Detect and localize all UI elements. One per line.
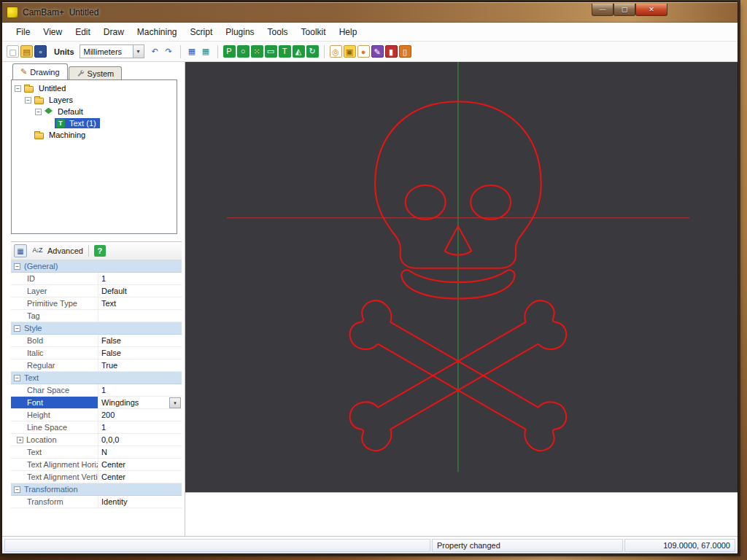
property-row-height[interactable]: Height200 [11, 409, 182, 421]
property-section-transformation[interactable]: −Transformation [11, 483, 182, 496]
rectangle-tool-icon[interactable]: ▭ [265, 45, 277, 58]
menu-item-plugins[interactable]: Plugins [219, 24, 260, 40]
drawing-canvas[interactable] [185, 62, 738, 492]
property-section-text[interactable]: −Text [11, 372, 182, 384]
menu-item-draw[interactable]: Draw [97, 24, 131, 40]
menu-item-tools[interactable]: Tools [261, 24, 295, 40]
maximize-button[interactable]: ▢ [614, 4, 635, 16]
title-bar[interactable]: CamBam+ Untitled — ▢ ✕ [2, 2, 738, 23]
tab-system[interactable]: System [69, 66, 123, 79]
tree-item-untitled[interactable]: −Untitled [12, 82, 177, 94]
machining-icon-group: ◎▣●✎▮▯ [330, 45, 411, 58]
property-value[interactable]: False [98, 347, 182, 359]
property-row-primitive-type[interactable]: Primitive TypeText [11, 298, 182, 310]
property-row-location[interactable]: +Location0,0,0 [11, 434, 182, 446]
drawing-tree: −Untitled−Layers−DefaultTText (1)Machini… [11, 79, 177, 234]
redo-icon[interactable]: ↷ [163, 45, 175, 58]
chevron-down-icon[interactable]: ▼ [169, 397, 181, 408]
part-op-icon[interactable]: ▮ [385, 45, 398, 58]
property-value[interactable]: 0,0,0 [98, 434, 182, 446]
property-value[interactable] [98, 310, 182, 322]
collapse-icon[interactable]: − [14, 486, 20, 493]
property-value[interactable]: Center [98, 471, 182, 483]
property-row-transform[interactable]: TransformIdentity [11, 496, 182, 508]
property-value[interactable]: False [98, 335, 182, 346]
pocket-op-icon[interactable]: ▣ [344, 45, 356, 58]
property-row-line-space[interactable]: Line Space1 [11, 421, 182, 434]
save-icon[interactable]: ▫ [34, 45, 47, 58]
profile-op-icon[interactable]: ◎ [330, 45, 342, 58]
menu-item-edit[interactable]: Edit [69, 24, 97, 40]
property-value[interactable]: 1 [98, 273, 182, 284]
drill-op-icon[interactable]: ● [357, 45, 370, 58]
property-value[interactable]: N [98, 446, 182, 458]
property-section-style[interactable]: −Style [11, 322, 182, 335]
property-row-italic[interactable]: ItalicFalse [11, 347, 182, 359]
property-value[interactable]: Center [98, 459, 182, 470]
circle-tool-icon[interactable]: ○ [237, 45, 249, 58]
property-value[interactable]: Wingdings▼ [98, 397, 182, 408]
property-row-char-space[interactable]: Char Space1 [11, 384, 182, 397]
collapse-icon[interactable]: − [14, 263, 20, 270]
show-grid-icon[interactable]: ▦ [200, 45, 212, 58]
open-folder-icon[interactable]: ▤ [20, 45, 33, 58]
tree-item-layers[interactable]: −Layers [12, 94, 177, 106]
collapse-icon[interactable]: − [35, 109, 42, 115]
spiral-tool-icon[interactable]: ↻ [306, 45, 319, 58]
property-row-regular[interactable]: RegularTrue [11, 359, 182, 372]
categorized-icon[interactable]: ▦ [14, 244, 27, 257]
close-button[interactable]: ✕ [635, 4, 667, 16]
skull-drawing [185, 62, 738, 492]
surface-tool-icon[interactable]: ◭ [293, 45, 305, 58]
tree-item-machining[interactable]: Machining [12, 129, 177, 141]
tree-item-label: Machining [47, 131, 88, 139]
property-section-general[interactable]: −(General) [11, 260, 182, 273]
property-value[interactable]: True [98, 359, 182, 371]
tree-item-text-1[interactable]: TText (1) [12, 117, 177, 129]
property-value[interactable]: 1 [98, 421, 182, 433]
polyline-tool-icon[interactable]: P [223, 45, 236, 58]
property-value-label: N [101, 448, 107, 456]
tree-item-default[interactable]: −Default [12, 106, 177, 117]
text-tool-icon[interactable]: T [279, 45, 291, 58]
property-row-font[interactable]: FontWingdings▼ [11, 397, 182, 409]
pointlist-tool-icon[interactable]: ⁙ [251, 45, 263, 58]
menu-item-file[interactable]: File [9, 24, 36, 40]
tab-drawing[interactable]: ✎ Drawing [12, 63, 68, 79]
minimize-button[interactable]: — [592, 4, 614, 16]
property-row-text[interactable]: TextN [11, 446, 182, 459]
property-row-layer[interactable]: LayerDefault [11, 285, 182, 298]
property-row-text-alignment-vertica[interactable]: Text Alignment VerticaCenter [11, 471, 182, 483]
property-value[interactable]: Default [98, 285, 182, 297]
collapse-icon[interactable]: − [14, 375, 20, 381]
chevron-down-icon[interactable]: ▼ [133, 45, 144, 58]
menu-item-view[interactable]: View [36, 24, 69, 40]
advanced-button[interactable]: Advanced [47, 246, 83, 255]
expand-icon[interactable]: + [17, 437, 23, 443]
property-value[interactable]: 200 [98, 409, 182, 421]
property-name-label: Italic [27, 349, 44, 357]
property-value[interactable]: 1 [98, 384, 182, 396]
stock-op-icon[interactable]: ▯ [399, 45, 411, 58]
property-value[interactable]: Identity [98, 496, 182, 508]
collapse-icon[interactable]: − [25, 97, 31, 104]
property-value[interactable]: Text [98, 298, 182, 309]
units-dropdown[interactable]: Millimeters ▼ [80, 44, 144, 58]
property-row-id[interactable]: ID1 [11, 273, 182, 285]
az-sort-icon[interactable]: A↓Z [31, 244, 44, 257]
property-row-text-alignment-horizon[interactable]: Text Alignment HorizonCenter [11, 459, 182, 471]
collapse-icon[interactable]: − [15, 85, 21, 92]
undo-icon[interactable]: ↶ [149, 45, 161, 58]
new-file-icon[interactable]: ▢ [7, 45, 19, 58]
menu-item-machining[interactable]: Machining [131, 24, 184, 40]
property-row-bold[interactable]: BoldFalse [11, 335, 182, 347]
snap-grid-icon[interactable]: ▦ [186, 45, 198, 58]
property-row-tag[interactable]: Tag [11, 310, 182, 322]
property-name: Font [11, 397, 98, 408]
engrave-op-icon[interactable]: ✎ [371, 45, 384, 58]
menu-item-toolkit[interactable]: Toolkit [295, 24, 333, 40]
help-icon[interactable]: ? [94, 245, 106, 257]
menu-item-help[interactable]: Help [333, 24, 364, 40]
collapse-icon[interactable]: − [14, 325, 20, 332]
menu-item-script[interactable]: Script [184, 24, 220, 40]
